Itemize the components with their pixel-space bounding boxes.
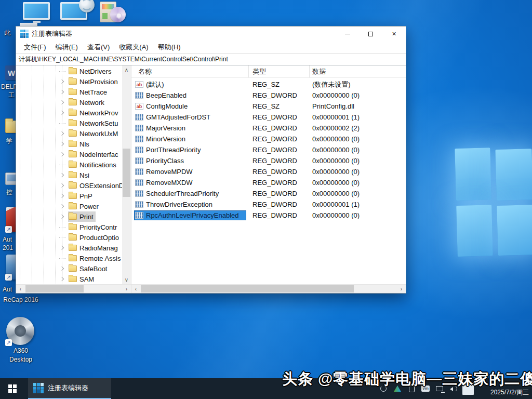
value-name-cell[interactable]: MinorVersion bbox=[135, 135, 246, 143]
menu-file[interactable]: 文件(F) bbox=[19, 41, 51, 54]
values-panel[interactable]: 名称 类型 数据 (默认)REG_SZ(数值未设置)BeepEnabledREG… bbox=[131, 65, 406, 293]
tree-node[interactable]: Nls bbox=[68, 139, 91, 149]
expand-chevron-icon[interactable] bbox=[59, 182, 65, 189]
expand-chevron-icon[interactable] bbox=[59, 130, 65, 137]
tree-item-Notifications[interactable]: Notifications bbox=[16, 159, 122, 170]
menu-edit[interactable]: 编辑(E) bbox=[51, 41, 83, 54]
expand-chevron-icon[interactable] bbox=[59, 141, 65, 147]
value-row-ThrowDriverException[interactable]: ThrowDriverExceptionREG_DWORD0x00000001 … bbox=[131, 199, 406, 210]
tree-item-NetworkSetu[interactable]: NetworkSetu bbox=[16, 118, 122, 128]
tree-item-NetworkUxM[interactable]: NetworkUxM bbox=[16, 128, 122, 139]
tree-node[interactable]: SafeBoot bbox=[68, 263, 110, 274]
column-header-data[interactable]: 数据 bbox=[310, 65, 406, 77]
column-header-name[interactable]: 名称 bbox=[131, 65, 249, 77]
tree-node[interactable]: Remote Assis bbox=[68, 253, 123, 263]
desktop-label-this-pc[interactable]: 此 bbox=[4, 29, 10, 37]
this-pc-icon[interactable] bbox=[23, 2, 50, 20]
column-header-type[interactable]: 类型 bbox=[249, 65, 310, 77]
value-name-cell[interactable]: SchedulerThreadPriority bbox=[135, 189, 246, 198]
tree-item-NetProvision[interactable]: NetProvision bbox=[16, 76, 122, 87]
tree-horizontal-scrollbar[interactable]: ‹ › bbox=[16, 284, 131, 293]
value-name-cell[interactable]: RemoveMXDW bbox=[135, 178, 246, 187]
tree-item-ProductOptio[interactable]: ProductOptio bbox=[16, 232, 122, 243]
tree-node[interactable]: PnP bbox=[68, 191, 95, 201]
tree-node[interactable]: NetDrivers bbox=[68, 66, 113, 76]
tree-node[interactable]: Print bbox=[68, 211, 96, 222]
desktop-label-control[interactable]: 控 bbox=[6, 188, 12, 197]
value-row-PortThreadPriority[interactable]: PortThreadPriorityREG_DWORD0x00000000 (0… bbox=[131, 144, 406, 155]
title-bar[interactable]: 注册表编辑器 × bbox=[16, 26, 406, 41]
value-row-GMTAdjustedForDST[interactable]: GMTAdjustedForDSTREG_DWORD0x00000001 (1) bbox=[131, 112, 406, 123]
values-horizontal-scrollbar[interactable]: ‹ › bbox=[131, 284, 406, 293]
expand-chevron-icon[interactable] bbox=[59, 89, 65, 95]
value-name-cell[interactable]: ThrowDriverException bbox=[135, 200, 246, 209]
desktop-label-autocad-1[interactable]: Aut bbox=[3, 236, 12, 243]
minimize-button[interactable] bbox=[336, 26, 359, 41]
tree-item-Network[interactable]: Network bbox=[16, 97, 122, 108]
tree-node[interactable]: SAM bbox=[68, 274, 96, 284]
tree-item-NetDrivers[interactable]: NetDrivers bbox=[16, 66, 122, 76]
scrollbar-thumb[interactable] bbox=[123, 149, 130, 197]
desktop-label-word-1[interactable]: DELP bbox=[1, 83, 17, 90]
scroll-right-icon[interactable]: › bbox=[122, 285, 131, 293]
tree-node[interactable]: NetTrace bbox=[68, 87, 109, 97]
expand-chevron-icon[interactable] bbox=[59, 110, 65, 116]
tree-node[interactable]: Notifications bbox=[68, 159, 118, 170]
expand-chevron-icon[interactable] bbox=[59, 203, 65, 209]
tree-node[interactable]: Network bbox=[68, 97, 107, 108]
menu-view[interactable]: 查看(V) bbox=[83, 41, 114, 54]
tree-node[interactable]: OSExtensionD bbox=[68, 180, 126, 191]
expand-chevron-icon[interactable] bbox=[59, 151, 65, 157]
expand-chevron-icon[interactable] bbox=[59, 172, 65, 178]
expand-chevron-icon[interactable] bbox=[59, 99, 65, 105]
desktop-label-recap-2[interactable]: ReCap 2016 bbox=[0, 296, 42, 303]
scroll-left-icon[interactable]: ‹ bbox=[131, 285, 140, 293]
tree-node[interactable]: NetworkSetu bbox=[68, 118, 120, 128]
value-row-BeepEnabled[interactable]: BeepEnabledREG_DWORD0x00000000 (0) bbox=[131, 90, 406, 101]
expand-chevron-icon[interactable] bbox=[59, 265, 65, 272]
tree-item-NetworkProv[interactable]: NetworkProv bbox=[16, 108, 122, 118]
desktop-label-recap-1[interactable]: Aut bbox=[3, 286, 12, 293]
value-name-cell[interactable]: BeepEnabled bbox=[135, 91, 246, 100]
value-row-MajorVersion[interactable]: MajorVersionREG_DWORD0x00000002 (2) bbox=[131, 123, 406, 134]
tree-node[interactable]: Power bbox=[68, 201, 101, 211]
value-row-RemoveMXDW[interactable]: RemoveMXDWREG_DWORD0x00000000 (0) bbox=[131, 177, 406, 188]
expand-chevron-icon[interactable] bbox=[59, 78, 65, 85]
scroll-right-icon[interactable]: › bbox=[397, 285, 406, 293]
desktop-label-autocad-2[interactable]: 201 bbox=[3, 244, 13, 251]
tree-vertical-scrollbar[interactable]: ∧ ∨ bbox=[122, 65, 131, 284]
tree-node[interactable]: NetworkProv bbox=[68, 108, 120, 118]
tree-node[interactable]: ProductOptio bbox=[68, 232, 121, 243]
taskbar-item-regedit[interactable]: 注册表编辑器 bbox=[28, 378, 111, 399]
value-row-MinorVersion[interactable]: MinorVersionREG_DWORD0x00000000 (0) bbox=[131, 134, 406, 144]
value-name-cell[interactable]: GMTAdjustedForDST bbox=[135, 113, 246, 122]
maximize-button[interactable] bbox=[359, 26, 382, 41]
menu-help[interactable]: 帮助(H) bbox=[153, 41, 185, 54]
value-row-RpcAuthnLevelPrivacyEnabled[interactable]: RpcAuthnLevelPrivacyEnabledREG_DWORD0x00… bbox=[131, 210, 406, 221]
value-row-ConfigModule[interactable]: ConfigModuleREG_SZPrintConfig.dll bbox=[131, 101, 406, 112]
expand-chevron-icon[interactable] bbox=[59, 214, 65, 220]
tree-item-PnP[interactable]: PnP bbox=[16, 191, 122, 201]
tree-item-OSExtensionD[interactable]: OSExtensionD bbox=[16, 180, 122, 191]
tree-item-SafeBoot[interactable]: SafeBoot bbox=[16, 263, 122, 274]
value-name-cell[interactable]: ConfigModule bbox=[135, 102, 246, 111]
start-button[interactable] bbox=[0, 378, 25, 399]
tree-node[interactable]: Nsi bbox=[68, 170, 91, 180]
scroll-down-icon[interactable]: ∨ bbox=[122, 275, 131, 284]
scrollbar-thumb[interactable] bbox=[141, 285, 354, 292]
expand-chevron-icon[interactable] bbox=[59, 245, 65, 251]
tree-item-PriorityContr[interactable]: PriorityContr bbox=[16, 222, 122, 232]
close-button[interactable]: × bbox=[382, 26, 406, 41]
value-row-(默认)[interactable]: (默认)REG_SZ(数值未设置) bbox=[131, 79, 406, 90]
tree-item-Remote Assis[interactable]: Remote Assis bbox=[16, 253, 122, 263]
tree-panel[interactable]: NetDriversNetProvisionNetTraceNetworkNet… bbox=[16, 65, 131, 293]
value-row-PriorityClass[interactable]: PriorityClassREG_DWORD0x00000000 (0) bbox=[131, 155, 406, 166]
value-name-cell[interactable]: PriorityClass bbox=[135, 156, 246, 165]
value-name-cell[interactable]: RemoveMPDW bbox=[135, 167, 246, 176]
tree-item-SAM[interactable]: SAM bbox=[16, 274, 122, 284]
scroll-up-icon[interactable]: ∧ bbox=[122, 65, 131, 74]
tree-node[interactable]: NetProvision bbox=[68, 76, 120, 87]
value-row-RemoveMPDW[interactable]: RemoveMPDWREG_DWORD0x00000000 (0) bbox=[131, 166, 406, 177]
value-name-cell[interactable]: RpcAuthnLevelPrivacyEnabled bbox=[135, 211, 246, 220]
scrollbar-thumb[interactable] bbox=[25, 285, 84, 292]
